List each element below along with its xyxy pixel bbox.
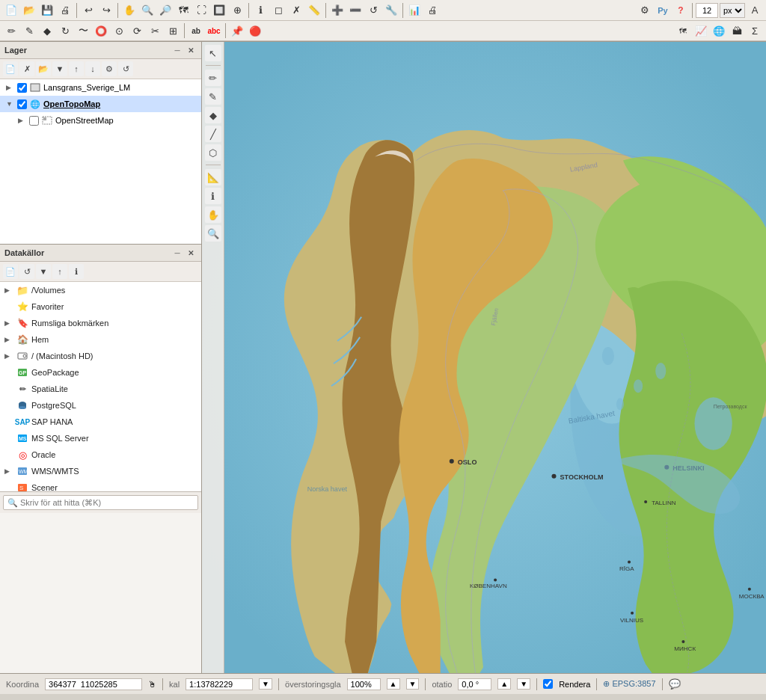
- rotation-spinner-up[interactable]: ▲: [497, 678, 511, 690]
- settings-btn[interactable]: ⚙: [637, 2, 653, 19]
- ds-expand-wmswmts[interactable]: ▶: [4, 467, 13, 475]
- layer-checkbox-3[interactable]: [29, 116, 39, 126]
- ds-item-wmswmts[interactable]: ▶ WM WMS/WMTS: [0, 463, 201, 479]
- save-as-btn[interactable]: 🖨: [57, 2, 73, 19]
- ds-item-geopkg[interactable]: GP GeoPackage: [0, 364, 201, 381]
- ds-add-btn[interactable]: 📄: [3, 264, 18, 279]
- ds-filter-btn[interactable]: ▼: [36, 264, 51, 279]
- ds-item-bookmarks[interactable]: ▶ 🔖 Rumsliga bokmärken: [0, 315, 201, 331]
- unit-select[interactable]: px: [720, 3, 745, 18]
- open-layer-btn[interactable]: 📂: [36, 61, 51, 76]
- node-btn[interactable]: ◆: [39, 22, 55, 39]
- qgis2-btn[interactable]: 🌐: [711, 22, 727, 39]
- scale-dropdown-btn[interactable]: ▼: [259, 678, 272, 690]
- atlas-btn[interactable]: 🗺: [675, 22, 691, 39]
- digitize-btn[interactable]: ✏: [3, 22, 19, 39]
- measure-btn[interactable]: 📏: [306, 2, 322, 19]
- layer-checkbox-2[interactable]: [17, 99, 27, 109]
- map-node-btn[interactable]: ◆: [205, 107, 221, 123]
- layer-expand-3[interactable]: ▶: [18, 117, 27, 124]
- ds-item-volumes[interactable]: ▶ 📁 /Volumes: [0, 282, 201, 298]
- datasources-minimize[interactable]: ─: [171, 247, 183, 259]
- magnification-input[interactable]: [347, 678, 381, 690]
- messages-btn[interactable]: 💬: [669, 678, 681, 690]
- redo-btn[interactable]: ↪: [98, 2, 114, 19]
- mag-spinner-down[interactable]: ▼: [406, 678, 420, 690]
- ds-up-btn[interactable]: ↑: [52, 264, 67, 279]
- label-btn[interactable]: ab: [188, 22, 204, 39]
- coordinate-input[interactable]: [45, 678, 142, 690]
- ds-expand-bookmarks[interactable]: ▶: [4, 319, 13, 327]
- filter-btn[interactable]: 🔧: [383, 2, 399, 19]
- ds-item-spatialite[interactable]: ✏ SpatiaLite: [0, 381, 201, 397]
- select-btn[interactable]: ◻: [270, 2, 287, 19]
- map-measure-btn[interactable]: 📐: [205, 169, 221, 185]
- help-btn[interactable]: ?: [672, 2, 689, 19]
- save-btn[interactable]: 💾: [39, 2, 55, 19]
- ds-expand-hd[interactable]: ▶: [4, 352, 13, 360]
- layer-item-2[interactable]: ▼ 🌐 OpenTopoMap: [0, 96, 201, 112]
- label2-btn[interactable]: abc: [206, 22, 222, 39]
- ds-item-saphana[interactable]: SAP SAP HANA: [0, 414, 201, 430]
- layers-panel-close[interactable]: ✕: [185, 44, 197, 56]
- map-edit1-btn[interactable]: ✏: [205, 70, 221, 86]
- zoom-full-btn[interactable]: 🗺: [175, 2, 192, 19]
- rotate-btn[interactable]: ↻: [57, 22, 73, 39]
- reshape-btn[interactable]: ⟳: [129, 22, 145, 39]
- font-color-btn[interactable]: A: [747, 2, 763, 19]
- python-btn[interactable]: Py: [655, 2, 671, 19]
- ds-item-scener[interactable]: S Scener: [0, 479, 201, 491]
- map-identify-btn[interactable]: ℹ: [205, 188, 221, 204]
- ds-item-postgresql[interactable]: PostgreSQL: [0, 397, 201, 414]
- layer-expand-2[interactable]: ▼: [6, 100, 15, 108]
- move-layer-up-btn[interactable]: ↑: [69, 61, 84, 76]
- layer-refresh-btn[interactable]: ↺: [118, 61, 133, 76]
- zoom-layer-btn[interactable]: ⛶: [193, 2, 209, 19]
- fill-ring-btn[interactable]: ⊙: [111, 22, 127, 39]
- map-area-btn[interactable]: ⬡: [205, 144, 221, 161]
- datasources-close[interactable]: ✕: [185, 247, 197, 259]
- chart-btn[interactable]: 📈: [693, 22, 709, 39]
- pin-btn[interactable]: 📌: [229, 22, 245, 39]
- ds-item-favoriter[interactable]: ⭐ Favoriter: [0, 298, 201, 315]
- zoom-selection-btn[interactable]: 🔲: [211, 2, 227, 19]
- snap-btn[interactable]: 🔴: [247, 22, 263, 39]
- refresh-btn[interactable]: ↺: [365, 2, 382, 19]
- remove-layer-btn[interactable]: ➖: [347, 2, 364, 19]
- print-btn[interactable]: 🖨: [424, 2, 441, 19]
- ds-expand-home[interactable]: ▶: [4, 336, 13, 343]
- map-zoom-btn[interactable]: 🔍: [205, 225, 221, 242]
- new-file-btn[interactable]: 📄: [3, 2, 19, 19]
- identify-btn[interactable]: ℹ: [252, 2, 269, 19]
- map-move-btn[interactable]: ✋: [205, 206, 221, 223]
- deselect-btn[interactable]: ✗: [288, 2, 304, 19]
- add-layer-toolbar-btn[interactable]: 📄: [3, 61, 18, 76]
- render-checkbox[interactable]: [543, 679, 553, 689]
- merge-btn[interactable]: ⊞: [165, 22, 181, 39]
- zoom-out-btn[interactable]: 🔎: [157, 2, 174, 19]
- remove-layer-toolbar-btn[interactable]: ✗: [19, 61, 34, 76]
- zoom-in-btn[interactable]: 🔍: [139, 2, 156, 19]
- rotation-input[interactable]: [458, 678, 491, 690]
- pan-btn[interactable]: ✋: [121, 2, 138, 19]
- mag-spinner-up[interactable]: ▲: [387, 678, 400, 690]
- filter-layer-btn[interactable]: ▼: [52, 61, 67, 76]
- map-line-btn[interactable]: ╱: [205, 126, 221, 142]
- ds-info-btn[interactable]: ℹ: [69, 264, 84, 279]
- simplify-btn[interactable]: 〜: [75, 22, 91, 39]
- split-btn[interactable]: ✂: [147, 22, 163, 39]
- map-edit2-btn[interactable]: ✎: [205, 88, 221, 105]
- layers-panel-minimize[interactable]: ─: [171, 44, 183, 56]
- move-layer-down-btn[interactable]: ↓: [85, 61, 100, 76]
- layer-options-btn[interactable]: ⚙: [102, 61, 117, 76]
- layer-item-1[interactable]: ▶ Lansgrans_Sverige_LM: [0, 79, 201, 96]
- ring-btn[interactable]: ⭕: [93, 22, 109, 39]
- undo-btn[interactable]: ↩: [80, 2, 96, 19]
- 3d-btn[interactable]: 🏔: [729, 22, 745, 39]
- ds-refresh-btn[interactable]: ↺: [19, 264, 34, 279]
- zoom-native-btn[interactable]: ⊕: [229, 2, 245, 19]
- sigma-btn[interactable]: Σ: [747, 22, 763, 39]
- scale-input[interactable]: [186, 678, 253, 690]
- attribute-table-btn[interactable]: 📊: [406, 2, 423, 19]
- map-area[interactable]: OSLO STOCKHOLM HELSINKI TALLINN KØBENHAV…: [202, 42, 766, 673]
